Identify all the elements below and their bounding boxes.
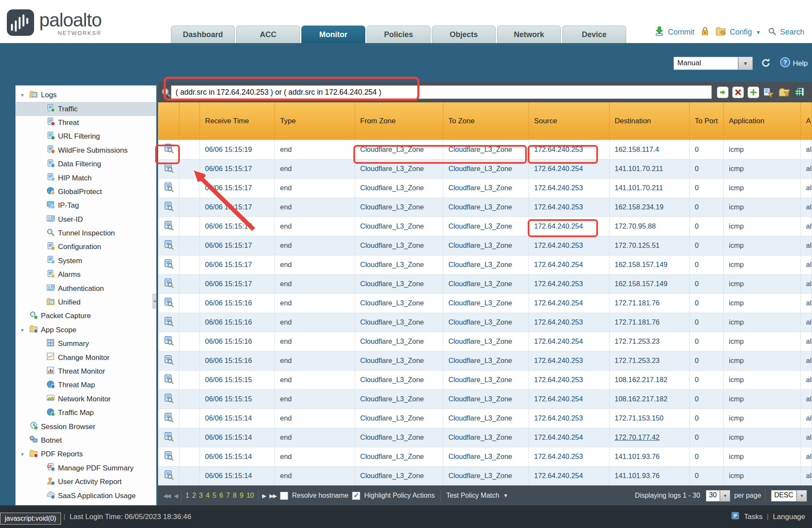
sidebar-item-tunnel-inspection[interactable]: Tunnel Inspection [16,226,156,240]
expander-icon[interactable]: ▼ [20,93,29,98]
commit-button[interactable]: Commit [668,28,694,37]
next-page-icon[interactable]: ▶ [262,493,266,499]
sidebar-item-app-scope[interactable]: ▼App Scope [16,323,156,337]
export-csv-button[interactable] [794,87,805,98]
test-policy-match-button[interactable]: Test Policy Match [446,492,499,499]
search-button[interactable]: Search [780,28,804,37]
sidebar-item-url-filtering[interactable]: URL Filtering [16,130,156,143]
log-detail-icon[interactable] [164,202,173,213]
sort-order-dropdown-icon[interactable]: ▼ [797,490,807,502]
log-detail-icon[interactable] [164,394,173,405]
tab-dashboard[interactable]: Dashboard [171,26,235,43]
expander-icon[interactable]: ▼ [20,452,29,457]
col-type[interactable]: Type [275,102,355,140]
help-label[interactable]: Help [793,59,808,68]
log-detail-icon[interactable] [164,279,173,290]
first-page-icon[interactable]: ◀◀ [163,493,170,499]
tasks-button[interactable]: Tasks [744,513,762,521]
sidebar-item-botnet[interactable]: Botnet [16,434,156,447]
log-detail-icon[interactable] [164,298,173,309]
sidebar-item-packet-capture[interactable]: Packet Capture [16,309,156,323]
help-icon[interactable]: ? [780,57,790,70]
sidebar-item-system[interactable]: System [16,254,156,268]
page-link-8[interactable]: 8 [233,492,237,499]
resolve-hostname-checkbox[interactable] [280,492,288,500]
sidebar-item-logs[interactable]: ▼Logs [16,88,156,102]
apply-filter-button[interactable] [717,87,728,98]
sidebar-item-alarms[interactable]: Alarms [16,268,156,281]
refresh-mode-select[interactable]: Manual ▼ [673,57,753,70]
refresh-icon[interactable] [760,57,772,70]
sidebar-item-unified[interactable]: Unified [16,296,156,309]
sidebar-item-user-id[interactable]: User-ID [16,213,156,226]
page-link-5[interactable]: 5 [213,492,217,499]
log-detail-icon[interactable] [164,432,173,443]
prev-page-icon[interactable]: ◀ [174,493,177,499]
language-button[interactable]: Language [773,513,805,521]
sidebar-item-data-filtering[interactable]: Data Filtering [16,157,156,171]
per-page-select[interactable]: 30 ▼ [706,490,731,502]
sidebar-item-configuration[interactable]: Configuration [16,240,156,254]
page-link-1[interactable]: 1 [185,492,189,499]
sidebar-item-manage-pdf-summary[interactable]: Manage PDF Summary [16,461,156,475]
log-detail-icon[interactable] [164,413,173,424]
sidebar-item-threat[interactable]: Threat [16,116,156,130]
log-detail-icon[interactable] [164,317,173,328]
sidebar-collapse-handle[interactable]: ◄ [153,294,156,308]
sidebar-item-ip-tag[interactable]: IP-Tag [16,199,156,212]
tab-device[interactable]: Device [562,26,626,43]
log-detail-icon[interactable] [164,183,173,194]
per-page-dropdown-icon[interactable]: ▼ [720,490,730,502]
add-filter-button[interactable] [748,87,759,98]
sidebar-item-globalprotect[interactable]: GlobalProtect [16,185,156,199]
page-link-3[interactable]: 3 [199,492,203,499]
clear-filter-button[interactable] [732,87,744,98]
lock-icon[interactable] [701,26,709,38]
sidebar-item-change-monitor[interactable]: Change Monitor [16,351,156,364]
tab-monitor[interactable]: Monitor [301,26,365,43]
sidebar-item-saas-application-usage[interactable]: SaaS Application Usage [16,489,156,502]
log-detail-icon[interactable] [164,163,173,174]
sidebar-item-pdf-reports[interactable]: ▼PDF Reports [16,447,156,461]
last-page-icon[interactable]: ▶▶ [269,493,276,499]
page-link-9[interactable]: 9 [240,492,243,499]
page-link-10[interactable]: 10 [246,492,254,499]
sidebar-item-threat-monitor[interactable]: Threat Monitor [16,365,156,378]
filter-builder-button[interactable] [763,87,774,98]
col-application[interactable]: Application [724,102,801,140]
sort-order-select[interactable]: DESC ▼ [771,490,807,502]
col-source[interactable]: Source [529,102,610,140]
col-receive-time[interactable]: Receive Time [200,102,275,140]
expander-icon[interactable]: ▼ [20,328,29,333]
col-action[interactable]: A [801,102,812,140]
sidebar-item-hip-match[interactable]: HIP Match [16,171,156,185]
log-detail-icon[interactable] [164,144,173,155]
log-detail-icon[interactable] [164,355,173,366]
log-filter-input[interactable] [171,85,712,99]
config-caret-icon[interactable]: ▼ [756,29,761,35]
sidebar-item-authentication[interactable]: Authentication [16,281,156,295]
sidebar-item-session-browser[interactable]: Session Browser [16,420,156,433]
page-link-2[interactable]: 2 [192,492,196,499]
page-link-4[interactable]: 4 [206,492,210,499]
col-to-port[interactable]: To Port [690,102,724,140]
log-detail-icon[interactable] [164,221,173,232]
refresh-mode-dropdown-icon[interactable]: ▼ [738,57,753,70]
log-detail-icon[interactable] [164,470,173,482]
sidebar-item-network-monitor[interactable]: Network Monitor [16,392,156,406]
highlight-policy-checkbox[interactable]: ✓ [352,492,360,500]
load-filter-button[interactable] [778,87,790,98]
sidebar-item-traffic-map[interactable]: Traffic Map [16,406,156,420]
col-destination[interactable]: Destination [610,102,690,140]
log-detail-icon[interactable] [164,451,173,462]
tab-network[interactable]: Network [497,26,561,43]
test-policy-caret-icon[interactable]: ▼ [503,493,508,499]
log-detail-icon[interactable] [164,336,173,347]
log-detail-icon[interactable] [164,259,173,270]
sidebar-item-threat-map[interactable]: Threat Map [16,378,156,392]
sidebar-item-wildfire-submissions[interactable]: WildFire Submissions [16,144,156,157]
col-from-zone[interactable]: From Zone [355,102,443,140]
page-link-7[interactable]: 7 [226,492,230,499]
config-menu[interactable]: Config [730,28,752,37]
sidebar-item-summary[interactable]: Summary [16,337,156,351]
